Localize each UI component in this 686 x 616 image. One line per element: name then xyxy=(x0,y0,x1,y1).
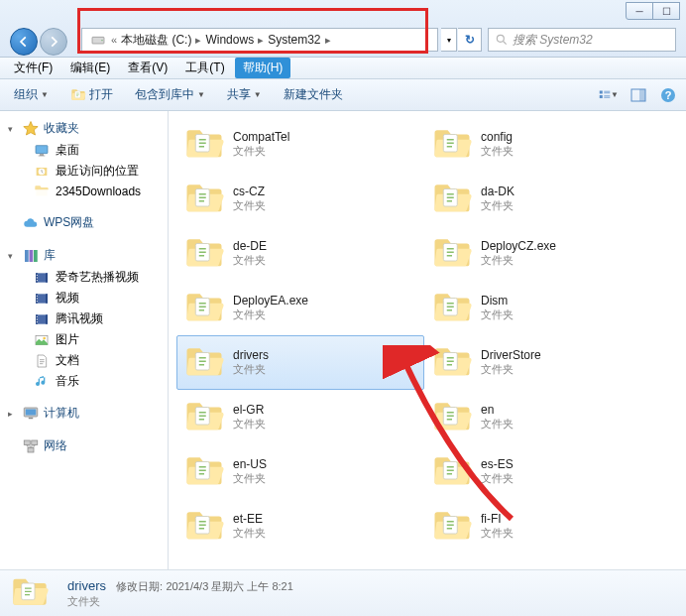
file-type: 文件夹 xyxy=(481,308,514,322)
main-area: ▾ 收藏夹 桌面 最近访问的位置 2345Downloads WPS网盘 ▾ 库… xyxy=(0,111,686,569)
breadcrumb-segment[interactable]: 本地磁盘 (C:) xyxy=(118,31,194,50)
file-item[interactable]: config文件夹 xyxy=(424,117,672,172)
search-icon xyxy=(495,33,509,47)
file-type: 文件夹 xyxy=(481,198,514,213)
include-in-library-button[interactable]: 包含到库中▼ xyxy=(129,83,211,106)
minimize-button[interactable]: ─ xyxy=(626,2,653,20)
file-item[interactable]: de-DE文件夹 xyxy=(176,226,424,281)
file-type: 文件夹 xyxy=(481,526,514,541)
titlebar: ─ ☐ « 本地磁盘 (C:) ▸ Windows ▸ System32 ▸ ▾… xyxy=(0,0,686,58)
forward-button[interactable] xyxy=(40,28,67,56)
file-item[interactable]: DriverStore文件夹 xyxy=(424,335,672,390)
file-type: 文件夹 xyxy=(481,471,514,486)
address-bar[interactable]: « 本地磁盘 (C:) ▸ Windows ▸ System32 ▸ xyxy=(81,28,438,52)
sidebar-item-recent[interactable]: 最近访问的位置 xyxy=(0,161,168,182)
file-type: 文件夹 xyxy=(233,471,267,486)
menu-view[interactable]: 查看(V) xyxy=(120,58,175,78)
chevron-right-icon: ▸ xyxy=(194,34,202,47)
organize-button[interactable]: 组织▼ xyxy=(8,83,55,106)
sidebar-favorites[interactable]: ▾ 收藏夹 xyxy=(0,117,168,140)
file-name: CompatTel xyxy=(233,130,289,144)
file-item[interactable]: cs-CZ文件夹 xyxy=(176,172,424,226)
sidebar-item-videos[interactable]: 视频 xyxy=(0,288,168,308)
folder-icon xyxy=(183,179,225,220)
sidebar-item-downloads[interactable]: 2345Downloads xyxy=(0,182,168,201)
file-item[interactable]: en文件夹 xyxy=(424,390,672,444)
maximize-button[interactable]: ☐ xyxy=(652,2,680,20)
file-item[interactable]: es-ES文件夹 xyxy=(424,444,672,499)
file-type: 文件夹 xyxy=(233,362,269,377)
sidebar-item-music[interactable]: 音乐 xyxy=(0,371,168,392)
file-item[interactable]: DeployCZ.exe文件夹 xyxy=(424,226,672,281)
svg-point-25 xyxy=(497,35,504,42)
documents-icon xyxy=(34,353,50,369)
file-name: DriverStore xyxy=(481,348,541,362)
file-type: 文件夹 xyxy=(233,308,308,322)
network-icon xyxy=(22,438,40,454)
music-icon xyxy=(34,374,50,390)
breadcrumb-segment[interactable]: Windows xyxy=(202,32,257,48)
chevron-down-icon: ▼ xyxy=(197,90,205,99)
chevron-down-icon: ▾ xyxy=(447,36,451,45)
svg-text:?: ? xyxy=(665,89,672,101)
cloud-icon xyxy=(22,215,40,231)
file-item[interactable]: el-GR文件夹 xyxy=(176,390,424,444)
help-icon: ? xyxy=(660,87,676,103)
chevron-right-icon: ▸ xyxy=(324,34,332,47)
file-item[interactable]: DeployEA.exe文件夹 xyxy=(176,281,424,335)
sidebar-computer[interactable]: ▸ 计算机 xyxy=(0,402,168,425)
svg-rect-27 xyxy=(600,95,603,98)
sidebar-wps[interactable]: WPS网盘 xyxy=(0,211,168,234)
open-icon xyxy=(70,87,86,103)
folder-icon xyxy=(183,124,225,166)
menu-help[interactable]: 帮助(H) xyxy=(235,58,291,78)
help-button[interactable]: ? xyxy=(658,85,678,105)
new-folder-button[interactable]: 新建文件夹 xyxy=(278,83,349,106)
share-button[interactable]: 共享▼ xyxy=(221,83,268,106)
preview-pane-button[interactable] xyxy=(629,85,648,105)
sidebar-item-iqiyi[interactable]: 爱奇艺热播视频 xyxy=(0,267,168,288)
file-item[interactable]: et-EE文件夹 xyxy=(176,499,424,554)
file-name: de-DE xyxy=(233,239,267,253)
file-item[interactable]: da-DK文件夹 xyxy=(424,172,672,226)
view-options-button[interactable]: ▼ xyxy=(599,85,619,105)
file-item[interactable]: drivers文件夹 xyxy=(176,335,424,390)
refresh-button[interactable]: ↻ xyxy=(458,28,482,52)
video-icon xyxy=(34,311,50,327)
sidebar-network[interactable]: 网络 xyxy=(0,434,168,457)
search-input[interactable]: 搜索 System32 xyxy=(488,28,676,52)
desktop-icon xyxy=(34,143,50,159)
menu-file[interactable]: 文件(F) xyxy=(6,58,60,78)
details-pane: drivers 修改日期: 2021/4/3 星期六 上午 8:21 文件夹 xyxy=(0,569,686,616)
address-dropdown[interactable]: ▾ xyxy=(441,28,457,52)
folder-icon xyxy=(431,342,473,384)
sidebar-item-pictures[interactable]: 图片 xyxy=(0,329,168,350)
folder-icon xyxy=(183,288,225,329)
sidebar-libraries[interactable]: ▾ 库 xyxy=(0,244,168,267)
arrow-left-icon xyxy=(17,35,31,49)
details-name: drivers xyxy=(67,578,106,593)
folder-icon xyxy=(431,233,473,275)
file-item[interactable]: Dism文件夹 xyxy=(424,281,672,335)
open-button[interactable]: 打开 xyxy=(64,83,119,106)
file-type: 文件夹 xyxy=(233,526,266,541)
refresh-icon: ↻ xyxy=(465,33,475,47)
back-button[interactable] xyxy=(10,28,38,56)
computer-icon xyxy=(22,406,40,422)
file-type: 文件夹 xyxy=(233,198,266,213)
file-item[interactable]: en-US文件夹 xyxy=(176,444,424,499)
details-modified-label: 修改日期: xyxy=(116,580,163,592)
sidebar-item-tencent[interactable]: 腾讯视频 xyxy=(0,308,168,329)
menu-tools[interactable]: 工具(T) xyxy=(177,58,232,78)
preview-icon xyxy=(630,87,646,103)
file-name: config xyxy=(481,130,514,144)
breadcrumb-segment[interactable]: System32 xyxy=(265,32,323,48)
file-item[interactable]: fi-FI文件夹 xyxy=(424,499,672,554)
menu-edit[interactable]: 编辑(E) xyxy=(62,58,118,78)
file-item[interactable]: CompatTel文件夹 xyxy=(176,117,424,172)
content-pane[interactable]: CompatTel文件夹cs-CZ文件夹de-DE文件夹DeployEA.exe… xyxy=(169,111,686,569)
collapse-icon: ▾ xyxy=(8,124,18,134)
details-modified-value: 2021/4/3 星期六 上午 8:21 xyxy=(166,580,292,592)
sidebar-item-desktop[interactable]: 桌面 xyxy=(0,140,168,161)
sidebar-item-documents[interactable]: 文档 xyxy=(0,350,168,371)
